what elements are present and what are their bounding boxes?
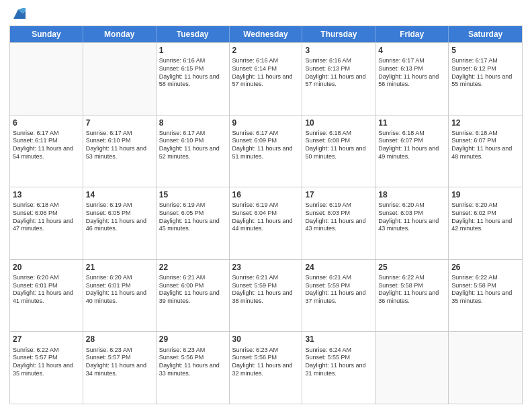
cell-info: Sunrise: 6:20 AM Sunset: 6:01 PM Dayligh… <box>86 274 153 306</box>
calendar-cell: 19Sunrise: 6:20 AM Sunset: 6:02 PM Dayli… <box>449 187 522 259</box>
calendar-row: 27Sunrise: 6:22 AM Sunset: 5:57 PM Dayli… <box>10 331 522 404</box>
cell-info: Sunrise: 6:20 AM Sunset: 6:01 PM Dayligh… <box>13 274 80 306</box>
day-number: 14 <box>86 189 153 200</box>
calendar-cell: 3Sunrise: 6:16 AM Sunset: 6:13 PM Daylig… <box>302 43 375 115</box>
calendar-cell: 31Sunrise: 6:24 AM Sunset: 5:55 PM Dayli… <box>302 332 375 404</box>
cell-info: Sunrise: 6:21 AM Sunset: 5:59 PM Dayligh… <box>232 274 300 306</box>
day-number: 7 <box>86 118 153 128</box>
cell-info: Sunrise: 6:20 AM Sunset: 6:03 PM Dayligh… <box>378 201 445 233</box>
day-number: 4 <box>378 45 445 56</box>
cell-info: Sunrise: 6:19 AM Sunset: 6:05 PM Dayligh… <box>86 201 153 233</box>
day-number: 12 <box>451 118 519 128</box>
day-number: 28 <box>86 334 153 345</box>
calendar-cell: 6Sunrise: 6:17 AM Sunset: 6:11 PM Daylig… <box>10 116 83 187</box>
day-number: 29 <box>159 334 226 345</box>
calendar-cell: 30Sunrise: 6:23 AM Sunset: 5:56 PM Dayli… <box>230 332 303 404</box>
logo <box>9 7 26 21</box>
cell-info: Sunrise: 6:17 AM Sunset: 6:10 PM Dayligh… <box>86 130 153 161</box>
day-number: 5 <box>451 45 519 56</box>
calendar-row: 1Sunrise: 6:16 AM Sunset: 6:15 PM Daylig… <box>10 42 522 115</box>
calendar-cell: 9Sunrise: 6:17 AM Sunset: 6:09 PM Daylig… <box>230 116 303 187</box>
cell-info: Sunrise: 6:16 AM Sunset: 6:14 PM Dayligh… <box>232 57 300 89</box>
day-number: 30 <box>232 334 300 345</box>
calendar-cell: 8Sunrise: 6:17 AM Sunset: 6:10 PM Daylig… <box>157 116 230 187</box>
calendar-cell: 16Sunrise: 6:19 AM Sunset: 6:04 PM Dayli… <box>230 187 303 259</box>
cell-info: Sunrise: 6:16 AM Sunset: 6:13 PM Dayligh… <box>305 57 372 89</box>
day-number: 25 <box>378 262 445 273</box>
calendar-row: 6Sunrise: 6:17 AM Sunset: 6:11 PM Daylig… <box>10 115 522 187</box>
calendar-header: SundayMondayTuesdayWednesdayThursdayFrid… <box>10 26 522 42</box>
calendar-body: 1Sunrise: 6:16 AM Sunset: 6:15 PM Daylig… <box>10 42 522 404</box>
day-number: 10 <box>305 118 372 128</box>
cell-info: Sunrise: 6:22 AM Sunset: 5:58 PM Dayligh… <box>451 274 519 306</box>
cell-info: Sunrise: 6:18 AM Sunset: 6:08 PM Dayligh… <box>305 130 372 161</box>
cell-info: Sunrise: 6:19 AM Sunset: 6:05 PM Dayligh… <box>159 201 226 233</box>
cell-info: Sunrise: 6:19 AM Sunset: 6:04 PM Dayligh… <box>232 201 300 233</box>
cell-info: Sunrise: 6:23 AM Sunset: 5:57 PM Dayligh… <box>86 347 153 378</box>
header-day: Saturday <box>449 26 522 42</box>
calendar-cell <box>375 332 449 404</box>
cell-info: Sunrise: 6:17 AM Sunset: 6:13 PM Dayligh… <box>378 57 445 89</box>
cell-info: Sunrise: 6:17 AM Sunset: 6:09 PM Dayligh… <box>232 130 300 161</box>
calendar-cell: 4Sunrise: 6:17 AM Sunset: 6:13 PM Daylig… <box>375 43 449 115</box>
calendar-cell: 28Sunrise: 6:23 AM Sunset: 5:57 PM Dayli… <box>83 332 157 404</box>
cell-info: Sunrise: 6:17 AM Sunset: 6:10 PM Dayligh… <box>159 130 226 161</box>
calendar-row: 20Sunrise: 6:20 AM Sunset: 6:01 PM Dayli… <box>10 259 522 332</box>
cell-info: Sunrise: 6:20 AM Sunset: 6:02 PM Dayligh… <box>451 201 519 233</box>
calendar-cell: 23Sunrise: 6:21 AM Sunset: 5:59 PM Dayli… <box>230 260 303 332</box>
cell-info: Sunrise: 6:19 AM Sunset: 6:03 PM Dayligh… <box>305 201 372 233</box>
calendar-cell <box>83 43 157 115</box>
page: SundayMondayTuesdayWednesdayThursdayFrid… <box>0 0 532 411</box>
cell-info: Sunrise: 6:18 AM Sunset: 6:07 PM Dayligh… <box>451 130 519 161</box>
header-day: Wednesday <box>230 26 303 42</box>
cell-info: Sunrise: 6:24 AM Sunset: 5:55 PM Dayligh… <box>305 347 372 378</box>
calendar-cell <box>10 43 83 115</box>
day-number: 3 <box>305 45 372 56</box>
day-number: 27 <box>13 334 80 345</box>
calendar-row: 13Sunrise: 6:18 AM Sunset: 6:06 PM Dayli… <box>10 187 522 259</box>
cell-info: Sunrise: 6:17 AM Sunset: 6:12 PM Dayligh… <box>451 57 519 89</box>
calendar-cell: 24Sunrise: 6:21 AM Sunset: 5:59 PM Dayli… <box>302 260 375 332</box>
day-number: 24 <box>305 262 372 273</box>
day-number: 22 <box>159 262 226 273</box>
calendar-cell: 26Sunrise: 6:22 AM Sunset: 5:58 PM Dayli… <box>449 260 522 332</box>
day-number: 17 <box>305 189 372 200</box>
day-number: 13 <box>13 189 80 200</box>
day-number: 21 <box>86 262 153 273</box>
calendar-cell: 25Sunrise: 6:22 AM Sunset: 5:58 PM Dayli… <box>375 260 449 332</box>
calendar-cell: 1Sunrise: 6:16 AM Sunset: 6:15 PM Daylig… <box>157 43 230 115</box>
cell-info: Sunrise: 6:22 AM Sunset: 5:58 PM Dayligh… <box>378 274 445 306</box>
day-number: 23 <box>232 262 300 273</box>
calendar-cell: 20Sunrise: 6:20 AM Sunset: 6:01 PM Dayli… <box>10 260 83 332</box>
day-number: 19 <box>451 189 519 200</box>
calendar-cell: 5Sunrise: 6:17 AM Sunset: 6:12 PM Daylig… <box>449 43 522 115</box>
cell-info: Sunrise: 6:17 AM Sunset: 6:11 PM Dayligh… <box>13 130 80 161</box>
day-number: 18 <box>378 189 445 200</box>
cell-info: Sunrise: 6:16 AM Sunset: 6:15 PM Dayligh… <box>159 57 226 89</box>
calendar-cell: 17Sunrise: 6:19 AM Sunset: 6:03 PM Dayli… <box>302 187 375 259</box>
day-number: 11 <box>378 118 445 128</box>
calendar-cell: 11Sunrise: 6:18 AM Sunset: 6:07 PM Dayli… <box>375 116 449 187</box>
cell-info: Sunrise: 6:21 AM Sunset: 5:59 PM Dayligh… <box>305 274 372 306</box>
calendar-cell: 22Sunrise: 6:21 AM Sunset: 6:00 PM Dayli… <box>157 260 230 332</box>
day-number: 20 <box>13 262 80 273</box>
calendar-cell: 13Sunrise: 6:18 AM Sunset: 6:06 PM Dayli… <box>10 187 83 259</box>
day-number: 1 <box>159 45 226 56</box>
header-day: Friday <box>375 26 449 42</box>
day-number: 9 <box>232 118 300 128</box>
calendar-cell: 14Sunrise: 6:19 AM Sunset: 6:05 PM Dayli… <box>83 187 157 259</box>
cell-info: Sunrise: 6:21 AM Sunset: 6:00 PM Dayligh… <box>159 274 226 306</box>
calendar-cell: 12Sunrise: 6:18 AM Sunset: 6:07 PM Dayli… <box>449 116 522 187</box>
header <box>9 7 523 21</box>
logo-icon <box>11 7 26 21</box>
header-day: Sunday <box>10 26 83 42</box>
cell-info: Sunrise: 6:23 AM Sunset: 5:56 PM Dayligh… <box>232 347 300 378</box>
calendar-cell: 7Sunrise: 6:17 AM Sunset: 6:10 PM Daylig… <box>83 116 157 187</box>
calendar: SundayMondayTuesdayWednesdayThursdayFrid… <box>9 26 523 404</box>
day-number: 16 <box>232 189 300 200</box>
cell-info: Sunrise: 6:18 AM Sunset: 6:07 PM Dayligh… <box>378 130 445 161</box>
day-number: 26 <box>451 262 519 273</box>
calendar-cell: 2Sunrise: 6:16 AM Sunset: 6:14 PM Daylig… <box>230 43 303 115</box>
cell-info: Sunrise: 6:23 AM Sunset: 5:56 PM Dayligh… <box>159 347 226 378</box>
calendar-cell: 10Sunrise: 6:18 AM Sunset: 6:08 PM Dayli… <box>302 116 375 187</box>
